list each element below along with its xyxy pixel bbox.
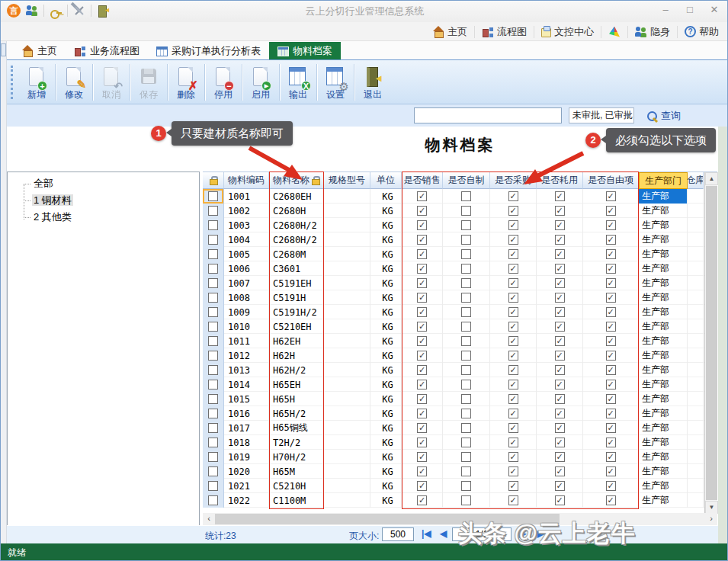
是否自制-checkbox[interactable]: [461, 438, 471, 447]
是否耗用-checkbox[interactable]: [555, 380, 565, 389]
是否自制-checkbox[interactable]: [461, 249, 471, 259]
是否耗用-checkbox[interactable]: [555, 409, 565, 418]
是否耗用-checkbox[interactable]: [555, 206, 565, 216]
是否采购-checkbox[interactable]: [508, 365, 518, 375]
是否自由项-checkbox[interactable]: [606, 481, 616, 491]
row-select-checkbox[interactable]: [208, 495, 218, 505]
启用-button[interactable]: ▶启用: [242, 65, 279, 100]
hscroll-thumb[interactable]: [215, 514, 560, 524]
是否耗用-checkbox[interactable]: [555, 322, 565, 332]
是否销售-checkbox[interactable]: [417, 249, 427, 259]
是否自由项-checkbox[interactable]: [606, 264, 616, 274]
table-row[interactable]: 1010C5210EHKG生产部: [203, 319, 717, 334]
table-row[interactable]: 1002C2680HKG生产部: [203, 204, 717, 218]
是否采购-checkbox[interactable]: [508, 264, 518, 274]
是否销售-checkbox[interactable]: [417, 307, 427, 317]
row-select-checkbox[interactable]: [208, 466, 218, 476]
table-row[interactable]: 1012H62HKG生产部: [203, 348, 717, 363]
menu-item-bird-icon[interactable]: [601, 22, 627, 41]
last-page-button[interactable]: ▶|: [537, 528, 547, 539]
table-row[interactable]: 1008C5191HKG生产部: [203, 290, 717, 305]
row-select-checkbox[interactable]: [208, 293, 218, 303]
是否自制-checkbox[interactable]: [461, 351, 471, 361]
是否耗用-checkbox[interactable]: [555, 394, 565, 404]
是否自由项-checkbox[interactable]: [606, 191, 616, 201]
row-select-checkbox[interactable]: [208, 235, 218, 245]
是否耗用-checkbox[interactable]: [555, 220, 565, 230]
是否自制-checkbox[interactable]: [461, 293, 471, 303]
是否自制-checkbox[interactable]: [461, 481, 471, 491]
是否销售-checkbox[interactable]: [417, 235, 427, 245]
table-row[interactable]: 1006C3601KG生产部: [203, 261, 717, 276]
是否采购-checkbox[interactable]: [508, 191, 518, 201]
tab-采购订单执行分析表[interactable]: 采购订单执行分析表: [148, 42, 269, 59]
是否耗用-checkbox[interactable]: [555, 249, 565, 259]
row-select-checkbox[interactable]: [208, 206, 218, 216]
是否自制-checkbox[interactable]: [461, 495, 471, 505]
row-select-checkbox[interactable]: [208, 409, 218, 418]
是否自由项-checkbox[interactable]: [606, 278, 616, 288]
是否自制-checkbox[interactable]: [461, 235, 471, 245]
table-row[interactable]: 1007C5191EHKG生产部: [203, 276, 717, 290]
是否自由项-checkbox[interactable]: [606, 365, 616, 375]
是否采购-checkbox[interactable]: [508, 466, 518, 476]
是否自由项-checkbox[interactable]: [606, 206, 616, 216]
是否销售-checkbox[interactable]: [417, 264, 427, 274]
first-page-button[interactable]: |◀: [422, 528, 431, 539]
是否采购-checkbox[interactable]: [508, 495, 518, 505]
是否自制-checkbox[interactable]: [461, 220, 471, 230]
是否销售-checkbox[interactable]: [417, 438, 427, 447]
column-header-仓库[interactable]: 仓库: [688, 172, 704, 189]
table-row[interactable]: 1013H62H/2KG生产部: [203, 363, 717, 377]
是否自制-checkbox[interactable]: [461, 278, 471, 288]
是否销售-checkbox[interactable]: [417, 293, 427, 303]
row-select-checkbox[interactable]: [208, 278, 218, 288]
是否自制-checkbox[interactable]: [461, 409, 471, 418]
row-select-checkbox[interactable]: [208, 351, 218, 361]
是否销售-checkbox[interactable]: [417, 278, 427, 288]
是否自由项-checkbox[interactable]: [606, 438, 616, 447]
prev-page-button[interactable]: ◀: [440, 528, 447, 539]
是否自制-checkbox[interactable]: [461, 452, 471, 462]
table-row[interactable]: 1021C5210HKG生产部: [203, 479, 717, 493]
停用-button[interactable]: −停用: [205, 65, 242, 100]
row-select-checkbox[interactable]: [208, 365, 218, 375]
row-select-checkbox[interactable]: [208, 307, 218, 317]
是否耗用-checkbox[interactable]: [555, 336, 565, 346]
新增-button[interactable]: +新增: [18, 65, 55, 100]
是否自制-checkbox[interactable]: [461, 322, 471, 332]
row-select-checkbox[interactable]: [208, 438, 218, 447]
table-row[interactable]: 1005C2680MKG生产部: [203, 247, 717, 261]
close-button[interactable]: ✕: [707, 4, 721, 15]
是否销售-checkbox[interactable]: [417, 495, 427, 505]
row-select-checkbox[interactable]: [208, 452, 218, 462]
是否自制-checkbox[interactable]: [461, 264, 471, 274]
approval-filter-dropdown[interactable]: 未审批, 已审批: [569, 107, 634, 123]
是否采购-checkbox[interactable]: [508, 452, 518, 462]
table-row[interactable]: 1017H65铜线KG生产部: [203, 421, 717, 435]
tab-物料档案[interactable]: 物料档案: [269, 42, 341, 59]
page-size-input[interactable]: [382, 527, 414, 541]
是否耗用-checkbox[interactable]: [555, 438, 565, 447]
是否销售-checkbox[interactable]: [417, 452, 427, 462]
vscroll-thumb[interactable]: [706, 186, 717, 500]
是否耗用-checkbox[interactable]: [555, 307, 565, 317]
是否采购-checkbox[interactable]: [508, 409, 518, 418]
column-header-是否自制[interactable]: 是否自制: [443, 172, 490, 189]
是否采购-checkbox[interactable]: [508, 206, 518, 216]
是否采购-checkbox[interactable]: [508, 380, 518, 389]
是否自制-checkbox[interactable]: [461, 206, 471, 216]
是否自由项-checkbox[interactable]: [606, 293, 616, 303]
是否自制-checkbox[interactable]: [461, 394, 471, 404]
是否自由项-checkbox[interactable]: [606, 466, 616, 476]
是否自由项-checkbox[interactable]: [606, 495, 616, 505]
tab-业务流程图[interactable]: 业务流程图: [66, 42, 148, 59]
是否销售-checkbox[interactable]: [417, 220, 427, 230]
是否自由项-checkbox[interactable]: [606, 452, 616, 462]
是否销售-checkbox[interactable]: [417, 336, 427, 346]
table-row[interactable]: 1003C2680H/2KG生产部: [203, 218, 717, 232]
left-collapse-strip[interactable]: [1, 41, 7, 543]
table-row[interactable]: 1015H65HKG生产部: [203, 392, 717, 406]
tree-item-1[interactable]: 1 铜材料: [8, 192, 199, 209]
table-row[interactable]: 1004C2680H/2KG生产部: [203, 232, 717, 247]
